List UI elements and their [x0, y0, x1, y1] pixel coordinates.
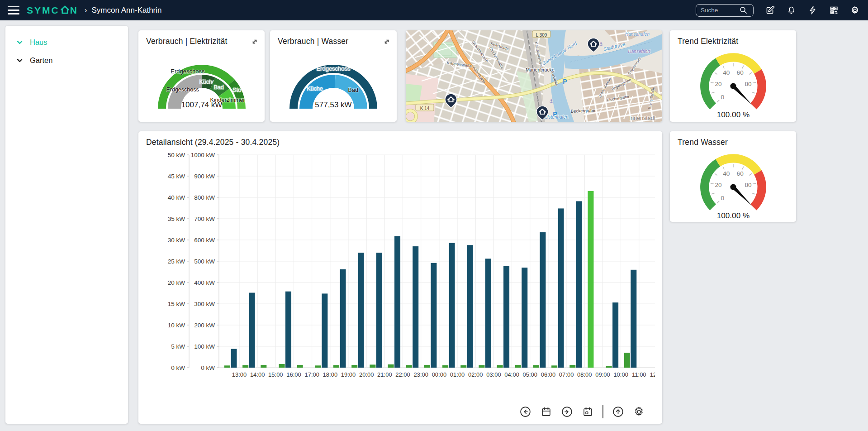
parking-symbol: P: [563, 78, 567, 85]
svg-text:45 kW: 45 kW: [168, 173, 185, 180]
svg-text:05:00: 05:00: [523, 371, 538, 378]
card-trend-wasser: Trend Wasser 020406080100.00 %: [670, 131, 796, 222]
svg-text:40 kW: 40 kW: [168, 194, 185, 201]
card-title: Trend Wasser: [678, 138, 728, 147]
sidebar-item-garten[interactable]: Garten: [5, 51, 128, 69]
trend-elektrizitaet-gauge: 020406080100.00 %: [688, 48, 778, 121]
svg-text:0 kW: 0 kW: [201, 364, 215, 371]
svg-text:10:00: 10:00: [613, 371, 628, 378]
chart-title: Detailansicht (29.4.2025 - 30.4.2025): [146, 138, 280, 147]
svg-text:13:00: 13:00: [232, 371, 247, 378]
svg-text:Bad: Bad: [213, 84, 223, 91]
map-widget[interactable]: L 309K 14MarienbrückeSankt Lorenz NordSt…: [406, 30, 662, 122]
svg-text:Küche: Küche: [307, 86, 323, 92]
svg-text:5 kW: 5 kW: [171, 343, 185, 350]
svg-text:02:00: 02:00: [468, 371, 483, 378]
sidebar-item-haus[interactable]: Haus: [5, 33, 128, 51]
detail-bar-chart: 0 kW0 kW5 kW100 kW10 kW200 kW15 kW300 kW…: [146, 151, 655, 388]
wasser-gauge: ErdgeschossKücheBad577,53 kW: [275, 51, 392, 113]
actions-icon[interactable]: [807, 5, 817, 15]
svg-text:11:00: 11:00: [632, 371, 646, 378]
calendar-day-button[interactable]: [582, 406, 594, 418]
svg-text:20: 20: [715, 182, 722, 188]
next-period-button[interactable]: [561, 406, 573, 418]
svg-text:07:00: 07:00: [559, 371, 574, 378]
svg-text:23:00: 23:00: [413, 371, 428, 378]
svg-text:400 kW: 400 kW: [194, 279, 215, 286]
svg-text:30 kW: 30 kW: [168, 237, 185, 244]
trend-wasser-gauge: 020406080100.00 %: [688, 148, 778, 222]
expand-icon[interactable]: [251, 38, 258, 45]
svg-text:15 kW: 15 kW: [168, 301, 185, 307]
chevron-down-icon: [16, 57, 23, 64]
map-label: Beckergrube: [571, 108, 595, 114]
road-badge: K 14: [416, 104, 434, 111]
calendar-button[interactable]: [540, 406, 552, 418]
svg-text:900 kW: 900 kW: [194, 173, 215, 180]
logo-text-suffix: N: [70, 5, 78, 16]
previous-period-button[interactable]: [519, 406, 531, 418]
svg-text:600 kW: 600 kW: [194, 237, 215, 244]
menu-icon[interactable]: [8, 6, 19, 14]
svg-text:04:00: 04:00: [504, 371, 519, 378]
logo-house-icon: [60, 5, 70, 14]
road-badge: L 309: [532, 31, 550, 38]
svg-text:80: 80: [745, 182, 752, 188]
svg-text:20 kW: 20 kW: [168, 279, 185, 286]
search-box[interactable]: [696, 4, 754, 17]
svg-text:21:00: 21:00: [377, 371, 392, 378]
expand-icon[interactable]: [383, 38, 390, 45]
notifications-icon[interactable]: [786, 5, 796, 15]
card-verbrauch-elektrizitaet: Verbrauch | Elektrizität ErdgeschossStoE…: [138, 30, 265, 122]
svg-text:1007,74 kW: 1007,74 kW: [181, 101, 222, 109]
svg-text:Erdgeschoss: Erdgeschoss: [316, 65, 351, 72]
map-label: Hansahafen: [625, 32, 650, 37]
chevron-down-icon: [16, 39, 23, 46]
edit-icon[interactable]: [765, 5, 775, 15]
svg-text:L 309: L 309: [536, 33, 547, 38]
svg-text:60: 60: [736, 69, 744, 76]
svg-text:60: 60: [736, 170, 744, 177]
export-button[interactable]: [612, 406, 624, 418]
svg-text:Erdgeschoss: Erdgeschoss: [166, 86, 199, 93]
map-label: Innenstadt: [629, 115, 656, 121]
settings-icon[interactable]: [850, 5, 860, 15]
svg-text:50 kW: 50 kW: [168, 152, 185, 158]
sidebar-item-label: Haus: [30, 38, 47, 47]
svg-text:100.00 %: 100.00 %: [716, 211, 749, 220]
svg-text:03:00: 03:00: [486, 371, 501, 378]
svg-text:100.00 %: 100.00 %: [716, 110, 749, 119]
svg-text:Bad: Bad: [348, 87, 358, 93]
svg-text:16:00: 16:00: [286, 371, 301, 378]
svg-text:0 kW: 0 kW: [171, 364, 185, 371]
chart-toolbar: [519, 405, 645, 418]
chart-settings-button[interactable]: [633, 406, 645, 418]
svg-text:18:00: 18:00: [323, 371, 338, 378]
svg-text:40: 40: [723, 69, 730, 76]
qr-code-icon[interactable]: [829, 5, 839, 15]
card-title: Verbrauch | Wasser: [278, 37, 348, 46]
search-input[interactable]: [701, 7, 740, 14]
svg-text:Sto: Sto: [232, 86, 242, 93]
breadcrumb-chevron: ›: [85, 6, 87, 15]
svg-text:40: 40: [723, 170, 730, 177]
symcon-logo[interactable]: SYMC N: [27, 5, 78, 16]
sidebar-item-label: Garten: [30, 56, 52, 65]
svg-text:1000 kW: 1000 kW: [191, 152, 215, 158]
svg-text:20: 20: [715, 81, 722, 87]
card-detailansicht: Detailansicht (29.4.2025 - 30.4.2025) 0 …: [138, 131, 662, 424]
svg-text:200 kW: 200 kW: [194, 322, 215, 329]
search-icon: [740, 6, 747, 14]
svg-text:12:00: 12:00: [650, 371, 655, 378]
svg-text:K 14: K 14: [420, 106, 430, 111]
map-graphic: L 309K 14MarienbrückeSankt Lorenz NordSt…: [406, 30, 662, 122]
card-title: Trend Elektrizität: [678, 37, 738, 46]
svg-text:22:00: 22:00: [395, 371, 410, 378]
svg-text:15:00: 15:00: [268, 371, 283, 378]
svg-text:800 kW: 800 kW: [194, 194, 215, 201]
toolbar-divider: [602, 405, 603, 418]
svg-text:0: 0: [721, 195, 724, 201]
elektrizitaet-gauge: ErdgeschossStoErdgeschossKücheBadKinderz…: [143, 51, 261, 113]
svg-text:80: 80: [745, 81, 752, 87]
card-title: Verbrauch | Elektrizität: [146, 37, 228, 46]
